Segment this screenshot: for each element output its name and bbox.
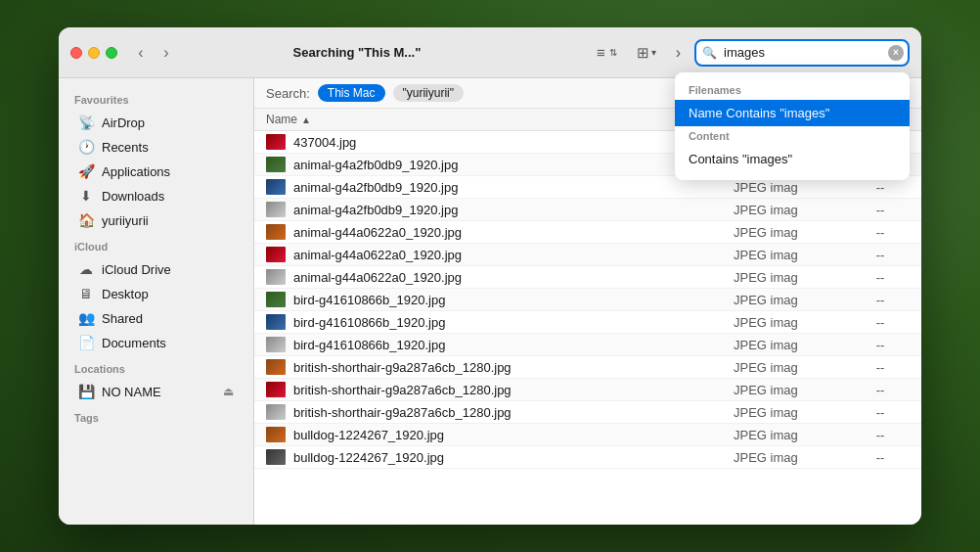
content-contains-item[interactable]: Contains "images" [675,146,910,172]
sidebar-item-desktop[interactable]: 🖥 Desktop [63,282,249,305]
file-thumbnail [266,449,286,465]
table-row[interactable]: british-shorthair-g9a287a6cb_1280.jpgJPE… [254,401,921,424]
file-name: 437004.jpg [293,135,734,150]
file-thumbnail [266,224,286,240]
minimize-button[interactable] [88,47,100,59]
yuriiyurii-chip[interactable]: "yuriiyurii" [393,84,465,102]
file-thumbnail [266,247,286,262]
sidebar-item-home[interactable]: 🏠 yuriiyurii [63,208,249,232]
file-kind: JPEG imag [734,225,851,240]
eject-icon[interactable]: ⏏ [223,385,234,398]
table-row[interactable]: bird-g41610866b_1920.jpgJPEG imag-- [254,311,921,334]
toolbar-right: ≡ ⇅ ⊞ ▾ › 🔍 × Filenames Name Contains "i… [591,39,910,67]
table-row[interactable]: british-shorthair-g9a287a6cb_1280.jpgJPE… [254,379,921,401]
sidebar-item-airdrop[interactable]: 📡 AirDrop [63,111,249,134]
downloads-label: Downloads [102,189,164,204]
search-input[interactable] [694,39,910,67]
file-kind: JPEG imag [734,405,851,420]
file-kind: JPEG imag [734,315,851,330]
grid-icon: ⊞ [637,44,649,62]
name-column-header[interactable]: Name ▲ [266,113,734,126]
file-kind: JPEG imag [734,293,851,307]
file-thumbnail [266,404,286,420]
table-row[interactable]: animal-g44a0622a0_1920.jpgJPEG imag-- [254,244,921,266]
list-view-button[interactable]: ≡ ⇅ [591,40,623,65]
window-title: Searching "This M..." [131,45,583,60]
file-name: animal-g44a0622a0_1920.jpg [293,270,734,285]
airdrop-label: AirDrop [102,115,145,130]
file-thumbnail [266,314,286,330]
this-mac-chip[interactable]: This Mac [318,84,385,102]
file-name: bird-g41610866b_1920.jpg [293,338,734,352]
sidebar-item-icloud-drive[interactable]: ☁ iCloud Drive [63,257,249,281]
file-thumbnail [266,337,286,352]
file-name: animal-g44a0622a0_1920.jpg [293,225,734,240]
search-clear-button[interactable]: × [888,45,904,61]
desktop-icon: 🖥 [78,286,94,301]
file-kind: JPEG imag [734,338,851,352]
file-thumbnail [266,179,286,195]
file-name: bird-g41610866b_1920.jpg [293,293,734,307]
file-extra: -- [851,203,910,217]
sidebar-item-documents[interactable]: 📄 Documents [63,331,249,354]
file-name: bulldog-1224267_1920.jpg [293,428,734,442]
file-name: british-shorthair-g9a287a6cb_1280.jpg [293,383,734,397]
maximize-button[interactable] [106,47,117,59]
file-name: british-shorthair-g9a287a6cb_1280.jpg [293,405,734,420]
icloud-label: iCloud [59,233,253,256]
search-label: Search: [266,86,310,101]
table-row[interactable]: bird-g41610866b_1920.jpgJPEG imag-- [254,289,921,311]
drive-icon: 💾 [78,384,94,399]
grid-chevron-icon: ▾ [651,47,656,58]
table-row[interactable]: british-shorthair-g9a287a6cb_1280.jpgJPE… [254,356,921,379]
home-label: yuriiyurii [102,213,149,228]
table-row[interactable]: bulldog-1224267_1920.jpgJPEG imag-- [254,424,921,446]
applications-label: Applications [102,164,170,179]
sidebar-item-downloads[interactable]: ⬇ Downloads [63,184,249,207]
file-extra: -- [851,293,910,307]
grid-view-button[interactable]: ⊞ ▾ [631,40,662,66]
favourites-label: Favourites [59,86,253,110]
sidebar-item-recents[interactable]: 🕐 Recents [63,135,249,159]
file-extra: -- [851,450,910,465]
file-extra: -- [851,405,910,420]
file-name: british-shorthair-g9a287a6cb_1280.jpg [293,360,734,375]
close-button[interactable] [70,47,82,59]
home-icon: 🏠 [78,212,94,228]
icloud-drive-icon: ☁ [78,261,94,277]
file-name: animal-g4a2fb0db9_1920.jpg [293,158,734,172]
file-kind: JPEG imag [734,450,851,465]
more-icon: › [676,44,681,61]
file-thumbnail [266,359,286,375]
file-thumbnail [266,382,286,397]
search-container: 🔍 × Filenames Name Contains "images" Con… [694,39,910,67]
search-icon: 🔍 [702,46,717,60]
more-button[interactable]: › [670,40,687,66]
applications-icon: 🚀 [78,163,94,179]
file-kind: JPEG imag [734,203,851,217]
table-row[interactable]: animal-g4a2fb0db9_1920.jpgJPEG imag-- [254,199,921,221]
documents-icon: 📄 [78,335,94,350]
sidebar-item-no-name[interactable]: 💾 NO NAME ⏏ [63,380,249,403]
file-extra: -- [851,360,910,375]
traffic-lights [70,47,117,59]
titlebar: ‹ › Searching "This M..." ≡ ⇅ ⊞ ▾ › 🔍 × [59,27,921,78]
file-extra: -- [851,248,910,262]
table-row[interactable]: bird-g41610866b_1920.jpgJPEG imag-- [254,334,921,356]
sidebar-item-applications[interactable]: 🚀 Applications [63,160,249,183]
filenames-contains-item[interactable]: Name Contains "images" [675,100,910,126]
table-row[interactable]: animal-g44a0622a0_1920.jpgJPEG imag-- [254,266,921,289]
file-name: bulldog-1224267_1920.jpg [293,450,734,465]
table-row[interactable]: bulldog-1224267_1920.jpgJPEG imag-- [254,446,921,469]
no-name-label: NO NAME [102,385,161,399]
file-kind: JPEG imag [734,428,851,442]
file-kind: JPEG imag [734,270,851,285]
content-section-label: Content [675,126,910,146]
shared-label: Shared [102,311,143,326]
sidebar-item-shared[interactable]: 👥 Shared [63,306,249,330]
recents-icon: 🕐 [78,139,94,155]
icloud-drive-label: iCloud Drive [102,262,171,277]
table-row[interactable]: animal-g44a0622a0_1920.jpgJPEG imag-- [254,221,921,244]
list-icon: ≡ [597,44,605,61]
file-extra: -- [851,428,910,442]
